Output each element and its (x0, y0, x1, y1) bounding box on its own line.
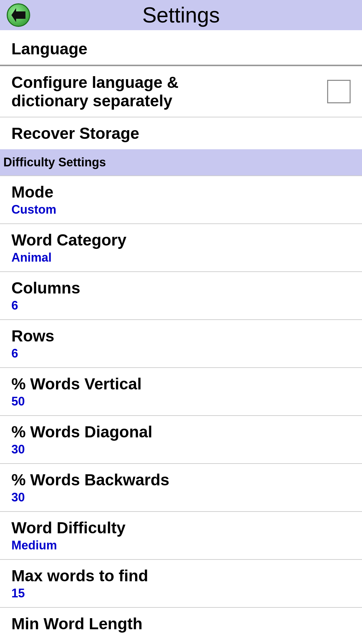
configure-language-row[interactable]: Configure language &dictionary separatel… (0, 66, 362, 117)
app-header: Settings (0, 0, 362, 30)
setting-label-2: Columns (11, 279, 80, 297)
configure-language-checkbox[interactable] (327, 80, 351, 103)
setting-label-3: Rows (11, 327, 54, 345)
setting-content-7: Word DifficultyMedium (11, 519, 125, 552)
setting-value-4: 50 (11, 394, 142, 409)
setting-content-2: Columns6 (11, 279, 80, 313)
setting-content-4: % Words Vertical50 (11, 375, 142, 409)
setting-row-5[interactable]: % Words Diagonal30 (0, 415, 362, 463)
setting-row-8[interactable]: Max words to find15 (0, 559, 362, 607)
setting-label-4: % Words Vertical (11, 375, 142, 393)
setting-content-3: Rows6 (11, 327, 54, 361)
difficulty-section-header: Difficulty Settings (0, 149, 362, 175)
setting-row-1[interactable]: Word CategoryAnimal (0, 223, 362, 271)
setting-value-6: 30 (11, 490, 169, 504)
setting-row-9[interactable]: Min Word Length (0, 607, 362, 640)
setting-row-3[interactable]: Rows6 (0, 319, 362, 367)
setting-value-8: 15 (11, 586, 148, 600)
setting-row-0[interactable]: ModeCustom (0, 175, 362, 223)
setting-label-9: Min Word Length (11, 614, 142, 633)
recover-storage-content: Recover Storage (11, 124, 139, 143)
configure-language-content: Configure language &dictionary separatel… (11, 73, 179, 110)
setting-content-6: % Words Backwards30 (11, 471, 169, 504)
setting-label-0: Mode (11, 183, 56, 201)
page-title: Settings (30, 3, 332, 28)
setting-label-1: Word Category (11, 231, 126, 249)
configure-language-label: Configure language &dictionary separatel… (11, 73, 179, 110)
setting-content-0: ModeCustom (11, 183, 56, 217)
setting-row-2[interactable]: Columns6 (0, 271, 362, 319)
language-section-header: Language (0, 30, 362, 65)
setting-value-0: Custom (11, 203, 56, 217)
setting-value-3: 6 (11, 346, 54, 361)
setting-value-2: 6 (11, 299, 80, 313)
setting-content-5: % Words Diagonal30 (11, 423, 153, 457)
setting-label-5: % Words Diagonal (11, 423, 153, 441)
svg-marker-0 (11, 8, 25, 22)
setting-value-1: Animal (11, 251, 126, 265)
setting-content-9: Min Word Length (11, 614, 142, 633)
back-button[interactable] (7, 3, 30, 27)
setting-label-6: % Words Backwards (11, 471, 169, 489)
settings-list: ModeCustomWord CategoryAnimalColumns6Row… (0, 175, 362, 640)
setting-row-6[interactable]: % Words Backwards30 (0, 463, 362, 511)
recover-storage-label: Recover Storage (11, 124, 139, 143)
setting-value-5: 30 (11, 442, 153, 457)
setting-content-8: Max words to find15 (11, 567, 148, 600)
setting-label-7: Word Difficulty (11, 519, 125, 537)
setting-value-7: Medium (11, 538, 125, 552)
setting-content-1: Word CategoryAnimal (11, 231, 126, 265)
setting-label-8: Max words to find (11, 567, 148, 585)
recover-storage-row[interactable]: Recover Storage (0, 117, 362, 149)
setting-row-7[interactable]: Word DifficultyMedium (0, 511, 362, 559)
setting-row-4[interactable]: % Words Vertical50 (0, 367, 362, 415)
